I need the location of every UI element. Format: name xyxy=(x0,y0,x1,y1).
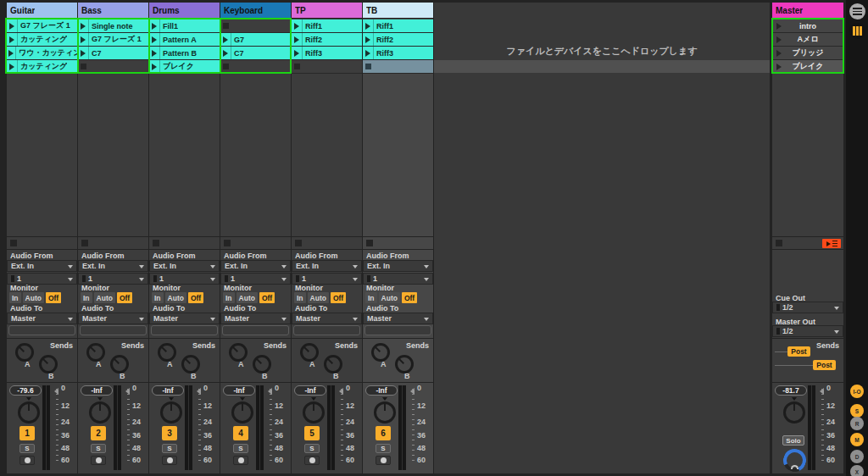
clip-slot[interactable]: Pattern B xyxy=(149,47,220,59)
pan-knob[interactable] xyxy=(89,401,111,423)
clip-play-button[interactable] xyxy=(220,47,231,59)
audio-to-chooser[interactable]: Master xyxy=(149,313,220,324)
arm-button[interactable] xyxy=(304,456,320,465)
track-header[interactable]: Guitar xyxy=(7,3,77,19)
clip-slot[interactable]: Fill1 xyxy=(149,19,220,32)
clip-slot[interactable]: C7 xyxy=(220,47,291,59)
clip-stop-button[interactable] xyxy=(365,64,371,69)
pan-knob[interactable] xyxy=(231,401,253,423)
monitor-auto-button[interactable]: Auto xyxy=(94,292,115,303)
pan-knob[interactable] xyxy=(18,401,40,423)
clip-stop-button[interactable] xyxy=(81,64,86,69)
monitor-in-button[interactable]: In xyxy=(81,292,92,303)
send-a-knob[interactable] xyxy=(300,343,319,362)
monitor-off-button[interactable]: Off xyxy=(117,292,132,303)
track-header[interactable]: TB xyxy=(363,3,433,19)
solo-button[interactable]: S xyxy=(19,444,35,453)
clip-slot[interactable]: Riff1 xyxy=(292,19,362,32)
clip-slot[interactable]: Riff2 xyxy=(292,33,362,46)
input-channel-chooser[interactable]: 1 xyxy=(363,273,433,285)
audio-to-chooser[interactable]: Master xyxy=(220,313,291,324)
toggle-s-button[interactable]: S xyxy=(850,404,864,418)
send-a-knob[interactable] xyxy=(371,343,390,362)
volume-value[interactable]: -79.6 xyxy=(9,385,42,396)
track-header[interactable]: Keyboard xyxy=(220,3,291,19)
arm-button[interactable] xyxy=(233,456,248,465)
clip-play-button[interactable] xyxy=(7,33,18,46)
clip-play-button[interactable] xyxy=(149,60,160,73)
clip-play-button[interactable] xyxy=(78,33,89,46)
audio-to-chooser[interactable]: Master xyxy=(292,313,362,324)
track-activator-button[interactable]: 5 xyxy=(304,426,320,440)
stop-clips-button[interactable] xyxy=(295,240,302,246)
empty-clip-slot[interactable] xyxy=(292,60,362,73)
monitor-off-button[interactable]: Off xyxy=(259,292,275,303)
empty-clip-slot[interactable] xyxy=(220,19,291,32)
track-activator-button[interactable]: 2 xyxy=(91,426,106,440)
master-solo-button[interactable]: Solo xyxy=(782,435,804,446)
scene-slot[interactable]: Aメロ xyxy=(772,33,843,46)
clip-play-button[interactable] xyxy=(292,19,303,32)
clip-slot[interactable]: カッティング xyxy=(7,60,77,73)
scene-slot[interactable]: intro xyxy=(772,19,843,32)
stop-clips-button[interactable] xyxy=(153,240,159,246)
audio-to-chooser[interactable]: Master xyxy=(363,313,433,324)
audio-from-chooser[interactable]: Ext. In xyxy=(292,260,362,272)
arrangement-view-button[interactable] xyxy=(849,3,865,19)
clip-play-button[interactable] xyxy=(292,47,303,59)
empty-clip-slot[interactable] xyxy=(363,60,433,73)
monitor-in-button[interactable]: In xyxy=(223,292,235,303)
track-activator-button[interactable]: 1 xyxy=(19,426,35,440)
audio-to-chooser[interactable]: Master xyxy=(78,313,148,324)
toggle-d-button[interactable]: D xyxy=(850,450,864,463)
master-volume-value[interactable]: -81.7 xyxy=(775,385,807,396)
toggle-m-button[interactable]: M xyxy=(850,433,864,446)
pan-knob[interactable] xyxy=(374,401,396,423)
clip-play-button[interactable] xyxy=(149,47,160,59)
monitor-auto-button[interactable]: Auto xyxy=(236,292,258,303)
track-activator-button[interactable]: 3 xyxy=(162,426,177,440)
stop-all-clips-button[interactable] xyxy=(776,240,782,246)
send-a-knob[interactable] xyxy=(86,343,105,362)
solo-button[interactable]: S xyxy=(304,444,320,453)
stop-clips-button[interactable] xyxy=(366,240,373,246)
arm-button[interactable] xyxy=(376,456,391,465)
monitor-in-button[interactable]: In xyxy=(294,292,306,303)
send-b-knob[interactable] xyxy=(324,355,342,374)
arm-button[interactable] xyxy=(91,456,106,465)
clip-play-button[interactable] xyxy=(7,47,16,59)
master-track-header[interactable]: Master xyxy=(772,3,843,19)
clip-stop-button[interactable] xyxy=(294,64,300,69)
monitor-off-button[interactable]: Off xyxy=(331,292,346,303)
input-channel-chooser[interactable]: 1 xyxy=(149,273,220,285)
clip-play-button[interactable] xyxy=(7,19,18,32)
clip-slot[interactable]: Riff3 xyxy=(363,47,433,59)
cue-volume-knob[interactable] xyxy=(780,446,810,475)
stop-clips-button[interactable] xyxy=(10,240,17,246)
send-b-post-toggle[interactable]: Post xyxy=(813,360,836,370)
send-b-knob[interactable] xyxy=(181,355,200,374)
input-channel-chooser[interactable]: 1 xyxy=(220,273,291,285)
send-b-knob[interactable] xyxy=(395,355,414,374)
audio-to-chooser[interactable]: Master xyxy=(7,313,77,324)
clip-play-button[interactable] xyxy=(292,33,303,46)
clip-play-button[interactable] xyxy=(149,19,160,32)
send-a-knob[interactable] xyxy=(15,343,34,362)
solo-button[interactable]: S xyxy=(376,444,391,453)
audio-from-chooser[interactable]: Ext. In xyxy=(363,260,433,272)
monitor-auto-button[interactable]: Auto xyxy=(308,292,329,303)
clip-stop-button[interactable] xyxy=(223,64,229,69)
empty-clip-slot[interactable] xyxy=(220,60,291,73)
monitor-off-button[interactable]: Off xyxy=(402,292,417,303)
clip-slot[interactable]: Riff2 xyxy=(363,33,433,46)
toggle-io-button[interactable]: I-O xyxy=(850,385,864,398)
scene-slot[interactable]: ブリッジ xyxy=(772,47,843,59)
audio-from-chooser[interactable]: Ext. In xyxy=(78,260,148,272)
volume-value[interactable]: -Inf xyxy=(365,385,398,396)
input-channel-chooser[interactable]: 1 xyxy=(292,273,362,285)
toggle-r-button[interactable]: R xyxy=(850,417,864,430)
drop-area[interactable]: ファイルとデバイスをここへドロップします xyxy=(434,3,770,473)
clip-play-button[interactable] xyxy=(78,19,89,32)
clip-play-button[interactable] xyxy=(363,19,374,32)
track-header[interactable]: Bass xyxy=(78,3,148,19)
